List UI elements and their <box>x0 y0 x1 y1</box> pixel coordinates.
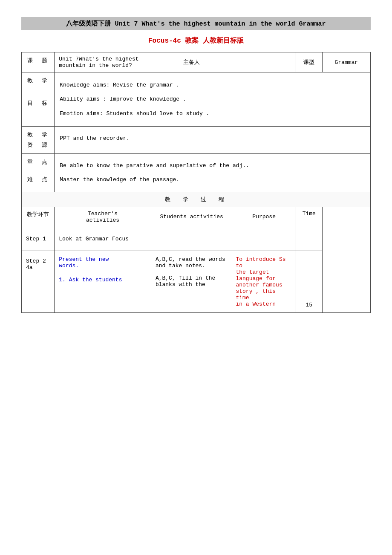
subject-content: Unit 7What's the highest mountain in the… <box>55 52 151 72</box>
resources-row: 教 学 资 源 PPT and the recorder. <box>22 127 371 154</box>
subject-row: 课 题 Unit 7What's the highest mountain in… <box>22 52 371 72</box>
key-content: Be able to know the parative and superla… <box>55 153 371 192</box>
step1-students <box>151 227 232 251</box>
col-students-header: Students activities <box>151 207 232 227</box>
type-label: 课型 <box>296 52 322 72</box>
step2-teacher: Present the new words. 1. Ask the studen… <box>55 251 151 312</box>
step1-row: Step 1 Look at Grammar Focus <box>22 227 371 251</box>
step1-label: Step 1 <box>22 227 55 251</box>
main-person-label: 主备人 <box>151 52 232 72</box>
subject-label: 课 题 <box>22 52 55 72</box>
type-value: Grammar <box>322 52 370 72</box>
key-label: 重 点 难 点 <box>22 153 55 192</box>
main-table: 课 题 Unit 7What's the highest mountain in… <box>21 52 371 313</box>
key-row: 重 点 难 点 Be able to know the parative and… <box>22 153 371 192</box>
goals-label: 教 学 目 标 <box>22 72 55 127</box>
col-teacher-header: Teacher's activities <box>55 207 151 227</box>
main-person-value <box>232 52 296 72</box>
goals-row: 教 学 目 标 Knowledge aims: Revise the gramm… <box>22 72 371 127</box>
resources-label: 教 学 资 源 <box>22 127 55 154</box>
step1-teacher: Look at Grammar Focus <box>55 227 151 251</box>
col-time-header: Time <box>296 207 322 227</box>
step2-row: Step 2 4a Present the new words. 1. Ask … <box>22 251 371 312</box>
process-header-row: 教 学 过 程 <box>22 192 371 207</box>
column-headers-row: 教学环节 Teacher's activities Students activ… <box>22 207 371 227</box>
subtitle: Focus-4c 教案 人教新目标版 <box>21 36 371 45</box>
step2-students: A,B,C, read the words and take notes. A,… <box>151 251 232 312</box>
step1-purpose <box>232 227 296 251</box>
step2-label: Step 2 4a <box>22 251 55 312</box>
col-step-header: 教学环节 <box>22 207 55 227</box>
resources-content: PPT and the recorder. <box>55 127 371 154</box>
step2-time: 15 <box>296 251 322 312</box>
page-title: 八年级英语下册 Unit 7 What's the highest mounta… <box>21 17 371 30</box>
step1-time <box>296 227 322 251</box>
process-section-label: 教 学 过 程 <box>22 192 371 207</box>
step2-purpose: To introduce Ss to the target language f… <box>232 251 296 312</box>
col-purpose-header: Purpose <box>232 207 296 227</box>
goals-content: Knowledge aims: Revise the grammar . Abi… <box>55 72 371 127</box>
